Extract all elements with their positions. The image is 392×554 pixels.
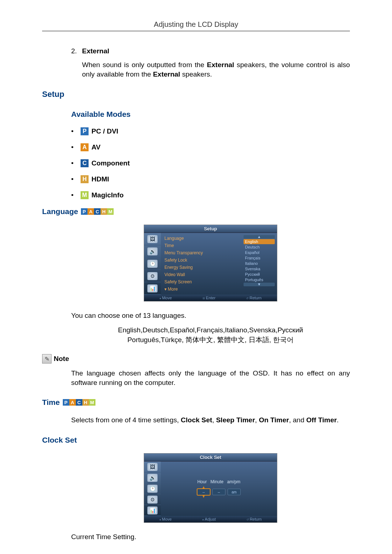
osd-sound-icon: 🔊 [144,472,161,483]
mode-item: •HHDMI [71,175,350,183]
osd-picture-icon: 🖼 [144,461,161,472]
badge-m-icon: M [81,191,89,199]
osd-setup-screenshot: Setup 🖼 🔊 🕐 ⚙ 📊 Language Time Menu Trans… [144,225,277,301]
text: Selects from one of 4 time settings, [71,416,181,424]
osd-sidebar: 🖼 🔊 🕐 ⚙ 📊 [144,233,161,295]
clock-label-ampm: am/pm [227,479,241,484]
mode-badges-row: P A C H M [63,399,95,406]
content: 2. External When sound is only outputted… [42,47,350,554]
osd-option-selected: English [244,239,275,244]
osd-option: Português [244,277,275,282]
badge-p-icon: P [81,127,89,135]
osd-setup-icon: ⚙ [144,270,161,282]
mode-item: •PPC / DVI [71,127,350,135]
osd-option: Русский [244,272,275,277]
osd-option: Svenska [244,266,275,271]
heading-language: Language P A C H M [42,207,350,216]
osd-hint-return: Return [246,296,261,300]
list-label: External [82,47,109,55]
heading-available-modes: Available Modes [71,110,350,119]
badge-h-icon: H [101,208,107,215]
badge-c-icon: C [81,159,89,167]
osd-menu: Language Time Menu Transparency Safety L… [161,233,241,295]
language-list: English,Deutsch,Español,Français,Italian… [71,325,350,345]
heading-clock-set: Clock Set [42,436,350,444]
osd-title: Clock Set [144,454,277,461]
osd-hint-enter: Enter [203,296,216,300]
bullet: • [71,191,81,199]
osd-clock-panel: Hour Minute am/pm ▲ -- ▼ -- am [161,461,277,516]
text: speakers. [180,70,212,78]
mode-item: •CComponent [71,159,350,167]
osd-option: Deutsch [244,245,275,250]
badge-a-icon: A [81,143,89,151]
mode-badges-row: P A C H M [81,208,114,215]
osd-hint-move: Move [159,517,172,521]
osd-sidebar: 🖼 🔊 🕐 ⚙ 📊 [144,461,161,516]
bullet: • [71,143,81,151]
osd-menu-item: Safety Screen [164,279,238,285]
osd-picture-icon: 🖼 [144,233,161,245]
osd-multi-icon: 📊 [144,282,161,295]
osd-menu-item: Language [164,235,238,242]
clock-label-hour: Hour [197,479,207,484]
bold: Off Timer [306,416,337,424]
heading-setup: Setup [42,90,350,99]
badge-c-icon: C [94,208,101,215]
note-heading: ✎ Note [42,354,350,364]
osd-clockset-screenshot: Clock Set 🖼 🔊 🕐 ⚙ 📊 Hour Minute am/pm [144,453,277,523]
osd-clock-icon: 🕐 [144,258,161,270]
osd-options: ▲ English Deutsch Español Français Itali… [241,233,277,295]
clock-field-minute: -- [212,489,225,495]
osd-menu-item: Safety Lock [164,257,238,263]
mode-item: •MMagicInfo [71,191,350,199]
mode-label: HDMI [91,175,109,183]
bullet: • [71,127,81,135]
osd-more: ▾ More [164,286,238,292]
mode-label: Component [91,159,130,167]
clock-field-ampm: am [228,489,241,495]
osd-hint-move: Move [159,296,172,300]
badge-h-icon: H [82,399,89,406]
mode-label: MagicInfo [91,191,124,199]
bullet: • [71,159,81,167]
scroll-down-icon: ▼ [244,283,275,286]
language-caption: You can choose one of 13 languages. [71,311,350,320]
note-label: Note [54,355,69,363]
badge-p-icon: P [63,399,69,406]
badge-h-icon: H [81,175,89,183]
heading-time: Time P A C H M [42,398,350,407]
time-paragraph: Selects from one of 4 time settings, Clo… [71,415,350,425]
bold: External [207,61,234,69]
mode-label: AV [91,143,101,151]
badge-p-icon: P [81,208,87,215]
badge-a-icon: A [69,399,76,406]
badge-c-icon: C [76,399,82,406]
clockset-caption: Current Time Setting. [71,532,350,542]
page: Adjusting the LCD Display 2. External Wh… [0,0,392,554]
text: , [212,416,216,424]
osd-footer: Move Enter Return [144,295,277,301]
bullet: • [71,175,81,183]
page-header: Adjusting the LCD Display [42,20,350,31]
bold: Clock Set [181,416,212,424]
list-item-external: 2. External [71,47,350,55]
heading-text: Language [42,207,78,216]
osd-menu-item: Energy Saving [164,264,238,271]
osd-sound-icon: 🔊 [144,245,161,258]
osd-option: Español [244,250,275,255]
spin-down-icon: ▼ [202,495,205,498]
osd-menu-item: Menu Transparency [164,250,238,256]
text: When sound is only outputted from the [82,61,207,69]
osd-hint-return: Return [246,517,262,521]
text: , [255,416,259,424]
text: , and [289,416,306,424]
mode-item: •AAV [71,143,350,151]
heading-text: Time [42,398,60,407]
bold: Sleep Timer [216,416,255,424]
note-text: The language chosen affects only the lan… [71,369,350,387]
mode-label: PC / DVI [91,127,118,135]
osd-footer: Move Adjust Return [144,516,277,522]
osd-title: Setup [144,225,277,233]
osd-hint-adjust: Adjust [202,517,216,521]
